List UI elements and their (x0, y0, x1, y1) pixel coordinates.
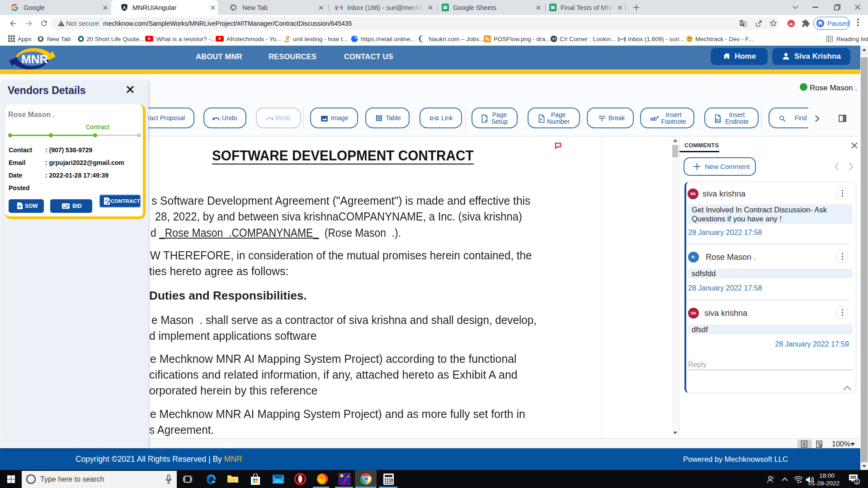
svg-text:MNR: MNR (21, 52, 48, 66)
svg-text:1: 1 (856, 479, 859, 484)
